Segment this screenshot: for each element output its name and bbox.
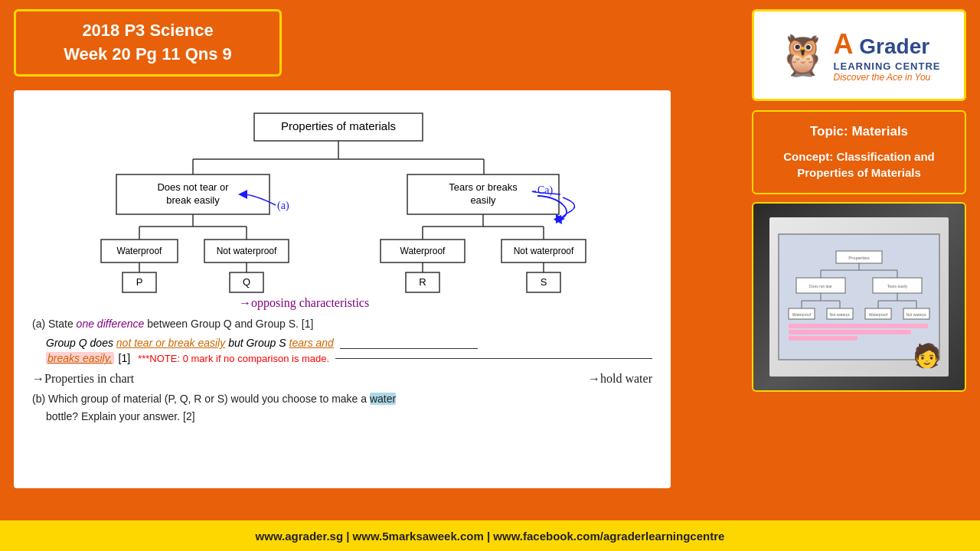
- svg-rect-70: [789, 330, 911, 334]
- svg-text:Not waterpr.: Not waterpr.: [830, 312, 851, 317]
- q-b-label: (b) Which group of material (P, Q, R or …: [32, 393, 370, 405]
- svg-rect-71: [789, 336, 858, 341]
- q-b-highlight: water: [370, 393, 396, 405]
- svg-text:Waterproof: Waterproof: [869, 312, 888, 317]
- svg-text:Does not tear or: Does not tear or: [157, 181, 229, 193]
- video-placeholder: Properties Does not tear Tears easily: [753, 204, 965, 390]
- svg-text:Q: Q: [243, 276, 250, 288]
- svg-text:Waterproof: Waterproof: [792, 312, 812, 317]
- q-a-rest: between Group Q and Group S. [1]: [147, 318, 313, 330]
- title-box: 2018 P3 Science Week 20 Pg 11 Qns 9: [14, 9, 282, 77]
- handwriting-row: →Properties in chart →hold water: [32, 372, 652, 386]
- svg-text:(a): (a): [277, 200, 289, 212]
- video-box: Properties Does not tear Tears easily: [752, 202, 966, 392]
- right-panel: Topic: Materials Concept: Classification…: [752, 110, 966, 392]
- bottom-banner: www.agrader.sg | www.5marksaweek.com | w…: [0, 520, 980, 551]
- svg-text:easily: easily: [470, 194, 496, 206]
- main-content: Properties of materials Does not tear or…: [14, 90, 671, 488]
- video-diagram-thumbnail: Properties Does not tear Tears easily: [782, 247, 936, 347]
- svg-text:Waterproof: Waterproof: [400, 246, 446, 256]
- svg-text:R: R: [419, 276, 426, 288]
- svg-text:S: S: [541, 276, 547, 288]
- annotation-hold: →hold water: [588, 372, 652, 386]
- root-label: Properties of materials: [281, 119, 396, 132]
- logo-a: A: [834, 28, 854, 60]
- svg-text:Tears easily: Tears easily: [887, 284, 908, 289]
- q-a-highlight: one difference: [77, 318, 145, 330]
- answer-line2: breaks easily. [1] ***NOTE: 0 mark if no…: [46, 352, 652, 364]
- svg-rect-69: [789, 324, 928, 328]
- title-line2: Week 20 Pg 11 Qns 9: [30, 43, 266, 67]
- answer-note: ***NOTE: 0 mark if no comparison is made…: [138, 353, 329, 364]
- q-a-label: (a) State: [32, 318, 77, 330]
- svg-text:P: P: [136, 276, 143, 288]
- answer-prefix: Group Q does: [46, 337, 116, 349]
- logo-text: A Grader LEARNING CENTRE Discover the Ac…: [834, 28, 941, 83]
- topic-title: Topic: Materials: [763, 124, 956, 139]
- title-line1: 2018 P3 Science: [30, 19, 266, 43]
- topic-concept: Concept: Classification and Properties o…: [763, 148, 956, 181]
- topic-box: Topic: Materials Concept: Classification…: [752, 110, 966, 194]
- logo-tagline: Discover the Ace in You: [834, 72, 931, 83]
- svg-text:→opposing characteristics: →opposing characteristics: [239, 296, 369, 310]
- svg-text:Ca): Ca): [537, 184, 554, 197]
- svg-text:Not waterproof: Not waterproof: [217, 246, 277, 256]
- video-inner: Properties Does not tear Tears easily: [769, 217, 949, 376]
- banner-text: www.agrader.sg | www.5marksaweek.com | w…: [256, 530, 725, 543]
- tree-diagram: Properties of materials Does not tear or…: [32, 106, 652, 312]
- svg-text:Not waterpr.: Not waterpr.: [906, 312, 927, 317]
- answer-but: but Group S: [228, 337, 289, 349]
- svg-text:Does not tear: Does not tear: [809, 284, 832, 289]
- answer-breaks: breaks easily.: [46, 352, 114, 364]
- logo-learning: LEARNING CENTRE: [834, 60, 941, 72]
- answer-tears-and: tears and: [289, 337, 334, 349]
- logo-box: 🦉 A Grader LEARNING CENTRE Discover the …: [752, 9, 966, 101]
- svg-text:Not waterproof: Not waterproof: [514, 246, 574, 256]
- q-b-text2: bottle? Explain your answer. [2]: [46, 410, 195, 422]
- answer-line1: Group Q does not tear or break easily bu…: [46, 337, 652, 349]
- owl-icon: 🦉: [778, 32, 828, 79]
- annotation-props: →Properties in chart: [32, 372, 134, 386]
- question-section-b: (b) Which group of material (P, Q, R or …: [32, 390, 652, 425]
- svg-text:Waterproof: Waterproof: [117, 246, 163, 256]
- svg-text:Properties: Properties: [848, 256, 869, 260]
- answer-not-tear: not tear or break easily: [116, 337, 225, 349]
- question-section-a: (a) State one difference between Group Q…: [32, 315, 652, 332]
- svg-text:break easily: break easily: [166, 194, 220, 206]
- logo-grader: Grader: [854, 34, 930, 59]
- diagram-container: Properties of materials Does not tear or…: [32, 106, 652, 312]
- svg-text:Tears or breaks: Tears or breaks: [449, 181, 518, 193]
- answer-mark: [1]: [119, 352, 131, 364]
